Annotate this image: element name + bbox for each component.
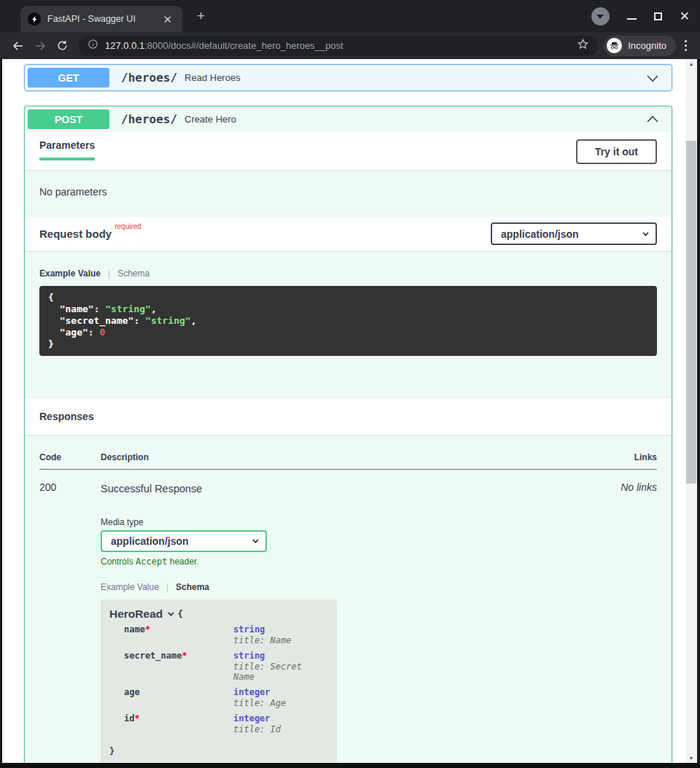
- post-method-badge: POST: [28, 109, 109, 129]
- post-path: /heroes/: [121, 112, 177, 126]
- scrollbar[interactable]: ▲ ▼: [685, 59, 697, 763]
- incognito-icon: [607, 38, 622, 53]
- responses-table: Code Description Links 200 Successful Re…: [25, 435, 672, 763]
- tab-schema[interactable]: Schema: [176, 582, 209, 592]
- back-icon[interactable]: [7, 39, 29, 53]
- hero-read-schema-box: HeroRead { name*stringtitle: Namesecret_…: [101, 600, 337, 763]
- try-it-out-button[interactable]: Try it out: [576, 139, 657, 164]
- schema-close-brace: }: [109, 746, 328, 756]
- response-code: 200: [39, 481, 101, 763]
- tab-example-value[interactable]: Example Value: [39, 268, 101, 279]
- get-path: /heroes/: [121, 71, 177, 85]
- get-method-badge: GET: [28, 68, 109, 88]
- request-body-label: Request bodyrequired: [39, 227, 141, 241]
- browser-menu-icon[interactable]: [679, 40, 693, 51]
- no-parameters-text: No parameters: [25, 170, 672, 217]
- maximize-button[interactable]: [654, 12, 662, 20]
- response-content-type-select[interactable]: application/json: [101, 530, 267, 552]
- reload-icon[interactable]: [51, 39, 73, 52]
- request-example-section: Example Value | Schema { "name": "string…: [25, 251, 672, 398]
- opblock-get-heroes: GET /heroes/ Read Heroes: [24, 64, 672, 91]
- minimize-button[interactable]: [627, 18, 637, 20]
- controls-accept-note: Controls Accept header.: [101, 556, 590, 567]
- schema-properties: name*stringtitle: Namesecret_name*string…: [109, 624, 328, 734]
- window-close-button[interactable]: ✕: [680, 10, 690, 23]
- media-type-label: Media type: [101, 517, 590, 527]
- response-row-200: 200 Successful Response Media type appli…: [39, 470, 657, 763]
- col-header-description: Description: [101, 452, 590, 462]
- required-badge: required: [112, 222, 141, 230]
- url-field[interactable]: 127.0.0.1:8000/docs#/default/create_hero…: [79, 36, 598, 56]
- example-code: { "name": "string", "secret_name": "stri…: [39, 286, 657, 356]
- response-description: Successful Response: [101, 481, 590, 494]
- incognito-badge: Incognito: [604, 36, 676, 56]
- tab-close-icon[interactable]: ✕: [160, 12, 175, 26]
- responses-table-header: Code Description Links: [39, 452, 657, 470]
- responses-section-header: Responses: [25, 398, 672, 435]
- incognito-label: Incognito: [628, 40, 666, 51]
- tab-title: FastAPI - Swagger UI: [47, 14, 153, 24]
- swagger-page: GET /heroes/ Read Heroes POST /heroes/ C…: [2, 59, 685, 763]
- responses-title: Responses: [39, 411, 94, 422]
- schema-property: name*stringtitle: Name: [109, 624, 328, 645]
- tab-schema[interactable]: Schema: [117, 268, 149, 279]
- response-links: No links: [590, 481, 657, 763]
- parameters-title: Parameters: [39, 139, 95, 160]
- get-heroes-summary[interactable]: GET /heroes/ Read Heroes: [25, 65, 672, 90]
- model-name[interactable]: HeroRead: [109, 609, 163, 619]
- browser-tab[interactable]: FastAPI - Swagger UI ✕: [20, 6, 182, 32]
- new-tab-button[interactable]: +: [192, 8, 209, 24]
- chevron-down-icon[interactable]: [168, 610, 174, 616]
- opblock-post-heroes: POST /heroes/ Create Hero Parameters Try…: [24, 106, 672, 763]
- fastapi-favicon-icon: [28, 12, 41, 26]
- scroll-up-icon[interactable]: ▲: [685, 61, 697, 66]
- parameters-section-header: Parameters Try it out: [25, 132, 672, 170]
- tab-search-icon[interactable]: [591, 7, 610, 26]
- post-heroes-summary[interactable]: POST /heroes/ Create Hero: [25, 106, 672, 132]
- scroll-down-icon[interactable]: ▼: [685, 756, 697, 761]
- scrollbar-thumb[interactable]: [686, 141, 696, 484]
- get-summary-text: Read Heroes: [184, 72, 645, 83]
- bookmark-star-icon[interactable]: [577, 38, 589, 53]
- site-info-icon[interactable]: [88, 39, 98, 53]
- schema-property: id*integertitle: Id: [109, 713, 328, 734]
- col-header-links: Links: [590, 452, 657, 462]
- chevron-down-icon: [252, 537, 258, 543]
- window-bottom-edge: [0, 763, 700, 768]
- tab-bar: FastAPI - Swagger UI ✕ + ✕: [0, 0, 700, 32]
- chevron-up-icon[interactable]: [645, 112, 660, 127]
- request-body-section-header: Request bodyrequired application/json: [25, 217, 672, 251]
- forward-icon[interactable]: [29, 39, 51, 53]
- chevron-down-icon: [642, 230, 648, 236]
- tab-example-value[interactable]: Example Value: [101, 582, 159, 592]
- url-text: 127.0.0.1:8000/docs#/default/create_hero…: [105, 40, 570, 51]
- post-summary-text: Create Hero: [184, 114, 645, 125]
- browser-window: FastAPI - Swagger UI ✕ + ✕ 127.0.0.1:800…: [0, 0, 700, 768]
- schema-property: ageintegertitle: Age: [109, 687, 328, 708]
- address-bar: 127.0.0.1:8000/docs#/default/create_hero…: [0, 32, 700, 59]
- schema-property: secret_name*stringtitle: Secret Name: [109, 651, 328, 682]
- col-header-code: Code: [39, 452, 101, 462]
- request-content-type-select[interactable]: application/json: [491, 222, 657, 245]
- chevron-down-icon[interactable]: [645, 71, 660, 85]
